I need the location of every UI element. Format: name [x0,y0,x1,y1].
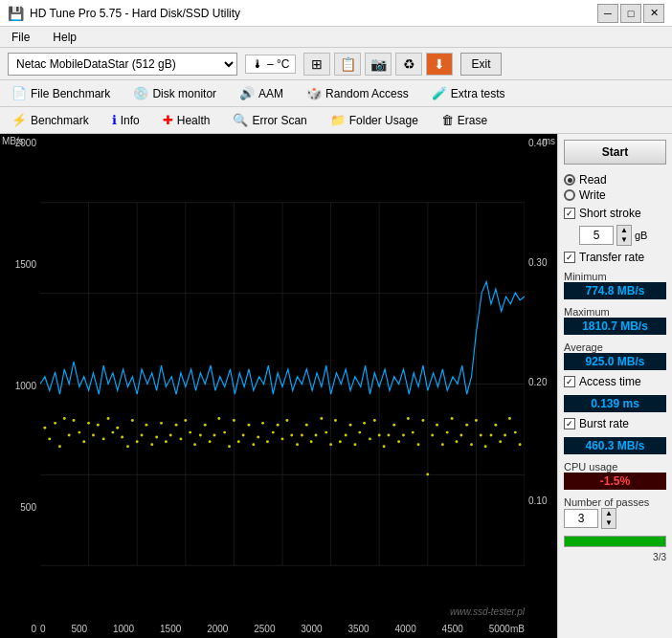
toolbar-icon-3[interactable]: 📷 [365,53,392,76]
passes-spinner: ▲ ▼ [601,508,616,529]
svg-point-105 [480,434,482,437]
toolbar-icon-1[interactable]: ⊞ [303,53,330,76]
stroke-down-button[interactable]: ▼ [617,235,631,245]
burst-rate-checkbox[interactable]: ✓ Burst rate [564,417,666,430]
transfer-rate-label: Transfer rate [579,251,644,264]
svg-point-46 [193,443,196,446]
minimize-button[interactable]: ─ [597,4,618,23]
temperature-display: 🌡 – °C [245,55,296,74]
toolbar-icon-2[interactable]: 📋 [334,53,361,76]
passes-up-button[interactable]: ▲ [602,509,616,518]
svg-point-38 [155,436,158,439]
info-icon: ℹ [112,113,117,127]
svg-point-45 [189,431,191,434]
tab-benchmark[interactable]: ⚡ Benchmark [8,111,93,129]
minimum-value: 774.8 MB/s [564,282,666,299]
svg-point-108 [494,424,497,427]
passes-down-button[interactable]: ▼ [602,518,616,528]
radio-read[interactable]: Read [564,173,666,187]
read-write-group: Read Write [564,173,666,202]
svg-point-90 [407,417,410,420]
short-stroke-box: ✓ [564,208,575,219]
svg-point-32 [126,445,129,448]
toolbar-icons: ⊞ 📋 📷 ♻ ⬇ [303,53,453,76]
svg-point-49 [209,440,212,443]
access-time-checkbox[interactable]: ✓ Access time [564,375,666,388]
svg-point-52 [223,431,226,434]
chart-svg [40,151,525,617]
svg-point-50 [213,434,216,437]
toolbar-icon-4[interactable]: ♻ [395,53,422,76]
tab-aam[interactable]: 🔊 AAM [235,84,287,102]
menu-file[interactable]: File [8,29,34,46]
aam-icon: 🔊 [239,86,255,100]
maximum-label: Maximum [564,306,666,318]
progress-text: 3/3 [564,552,666,562]
access-time-value: 0.139 ms [564,395,666,412]
svg-point-81 [363,422,366,425]
chart-x-axis: 0 500 1000 1500 2000 2500 3000 3500 4000… [38,619,526,638]
tab-disk-monitor[interactable]: 💿 Disk monitor [129,84,220,102]
svg-point-67 [296,443,299,446]
svg-point-107 [490,434,493,437]
svg-point-25 [92,434,95,437]
tab-folder-usage[interactable]: 📁 Folder Usage [326,111,422,129]
svg-point-96 [436,424,438,427]
maximum-value: 1810.7 MB/s [564,318,666,335]
stroke-up-button[interactable]: ▲ [617,226,631,235]
svg-point-109 [499,440,502,443]
drive-select[interactable]: Netac MobileDataStar (512 gB) [8,53,237,76]
svg-point-27 [102,437,105,440]
health-icon: ✚ [163,113,173,127]
svg-point-28 [107,417,110,420]
toolbar-icon-5[interactable]: ⬇ [426,53,453,76]
svg-point-17 [54,422,56,425]
svg-point-101 [459,434,462,437]
tab-extra-tests[interactable]: 🧪 Extra tests [428,84,509,102]
stroke-spinner: ▲ ▼ [616,225,632,246]
svg-point-20 [68,434,71,437]
menu-help[interactable]: Help [49,29,80,46]
svg-point-93 [421,419,424,422]
transfer-rate-checkbox[interactable]: ✓ Transfer rate [564,251,666,264]
svg-point-88 [397,440,400,443]
menu-bar: File Help [0,27,672,48]
stroke-input[interactable] [579,226,614,245]
passes-input[interactable] [564,509,598,528]
svg-point-65 [285,419,288,422]
exit-button[interactable]: Exit [460,53,501,76]
svg-point-44 [184,419,187,422]
burst-rate-value: 460.3 MB/s [564,437,666,454]
svg-point-29 [111,431,114,434]
svg-point-34 [136,440,139,443]
title-bar: 💾 HD Tune Pro 5.75 - Hard Disk/SSD Utili… [0,0,672,27]
minimum-block: Minimum 774.8 MB/s [564,271,666,299]
svg-point-63 [277,424,280,427]
svg-point-82 [369,437,371,440]
svg-point-15 [43,427,46,429]
svg-point-94 [426,473,429,475]
svg-point-78 [349,424,352,427]
svg-point-72 [320,417,323,420]
start-button[interactable]: Start [564,140,666,165]
svg-point-84 [378,434,381,437]
radio-read-label: Read [579,173,607,187]
tab-random-access[interactable]: 🎲 Random Access [302,84,413,102]
tab-info[interactable]: ℹ Info [108,111,144,129]
passes-label: Number of passes [564,496,666,508]
cpu-usage-block: CPU usage -1.5% [564,461,666,490]
svg-point-39 [160,422,163,425]
radio-write[interactable]: Write [564,188,666,202]
maximize-button[interactable]: □ [620,4,641,23]
tab-error-scan[interactable]: 🔍 Error Scan [229,111,310,129]
tab-file-benchmark[interactable]: 📄 File Benchmark [8,84,114,102]
maximum-block: Maximum 1810.7 MB/s [564,306,666,335]
svg-point-95 [431,434,434,437]
svg-point-104 [475,419,478,422]
tab-health[interactable]: ✚ Health [159,111,214,129]
short-stroke-checkbox[interactable]: ✓ Short stroke [564,207,666,220]
svg-point-106 [484,445,487,448]
close-button[interactable]: ✕ [643,4,664,23]
svg-point-30 [116,427,119,429]
tab-erase[interactable]: 🗑 Erase [437,111,491,129]
